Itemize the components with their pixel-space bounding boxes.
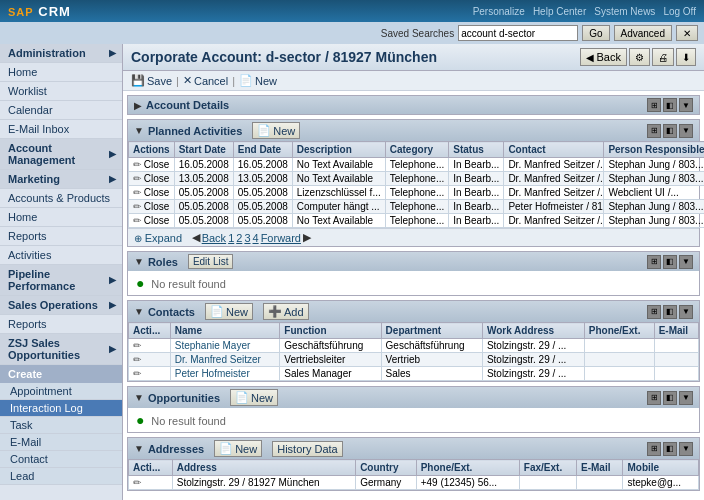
action-cell[interactable]: ✏ Close (129, 158, 175, 172)
back-page-link[interactable]: Back (202, 232, 226, 244)
arrow-icon: ▶ (109, 174, 116, 184)
green-dot-icon: ● (136, 275, 144, 291)
section-icon-12[interactable]: ▼ (679, 305, 693, 319)
sidebar-item-administration[interactable]: Administration ▶ (0, 44, 122, 63)
create-interaction-log[interactable]: Interaction Log (0, 400, 122, 417)
sidebar-item-worklist[interactable]: Worklist (0, 82, 122, 101)
planned-activities-new-btn[interactable]: 📄 New (252, 122, 300, 139)
sidebar-item-activities[interactable]: Activities (0, 246, 122, 265)
sidebar-item-home2[interactable]: Home (0, 208, 122, 227)
section-icon-5[interactable]: ◧ (663, 124, 677, 138)
start-date-cell: 05.05.2008 (174, 186, 233, 200)
saved-searches-input[interactable] (458, 25, 578, 41)
personalize-link[interactable]: Personalize (473, 6, 525, 17)
addresses-new-btn[interactable]: 📄 New (214, 440, 262, 457)
sidebar-item-sales-ops[interactable]: Sales Operations ▶ (0, 296, 122, 315)
create-email[interactable]: E-Mail (0, 434, 122, 451)
new-button[interactable]: 📄 New (239, 74, 277, 87)
section-icon-1[interactable]: ⊞ (647, 98, 661, 112)
section-icon-16[interactable]: ⊞ (647, 442, 661, 456)
create-header: Create (0, 365, 122, 383)
sidebar-item-accounts-products[interactable]: Accounts & Products (0, 189, 122, 208)
addr-acti-cell[interactable]: ✏ (129, 476, 173, 490)
sidebar-item-account-management[interactable]: Account Management ▶ (0, 139, 122, 170)
history-data-btn[interactable]: History Data (272, 441, 343, 457)
edit-list-btn[interactable]: Edit List (188, 254, 234, 269)
col-person: Person Responsible (604, 142, 704, 158)
section-icon-10[interactable]: ⊞ (647, 305, 661, 319)
section-icon-14[interactable]: ◧ (663, 391, 677, 405)
sidebar-item-calendar[interactable]: Calendar (0, 101, 122, 120)
sidebar-item-pipeline[interactable]: Pipeline Performance ▶ (0, 265, 122, 296)
phone-cell (584, 339, 654, 353)
section-icon-9[interactable]: ▼ (679, 255, 693, 269)
sidebar-item-marketing[interactable]: Marketing ▶ (0, 170, 122, 189)
addresses-header[interactable]: ▼ Addresses 📄 New History Data ⊞ ◧ ▼ (128, 438, 699, 459)
page-1[interactable]: 1 (228, 232, 234, 244)
section-icon-17[interactable]: ◧ (663, 442, 677, 456)
sidebar-item-reports[interactable]: Reports (0, 227, 122, 246)
addr-col-fax: Fax/Ext. (519, 460, 576, 476)
contacts-add-btn[interactable]: ➕ Add (263, 303, 309, 320)
create-contact[interactable]: Contact (0, 451, 122, 468)
acti-cell[interactable]: ✏ (129, 339, 171, 353)
help-center-link[interactable]: Help Center (533, 6, 586, 17)
col-name: Name (170, 323, 280, 339)
advanced-button[interactable]: Advanced (614, 25, 672, 41)
sidebar-item-reports2[interactable]: Reports (0, 315, 122, 334)
green-dot-icon2: ● (136, 412, 144, 428)
section-icon-2[interactable]: ◧ (663, 98, 677, 112)
opportunities-new-btn[interactable]: 📄 New (230, 389, 278, 406)
sidebar-item-email-inbox[interactable]: E-Mail Inbox (0, 120, 122, 139)
section-icon-8[interactable]: ◧ (663, 255, 677, 269)
action-cell[interactable]: ✏ Close (129, 200, 175, 214)
sidebar-item-home[interactable]: Home (0, 63, 122, 82)
acti-cell[interactable]: ✏ (129, 353, 171, 367)
section-icon-7[interactable]: ⊞ (647, 255, 661, 269)
section-icon-13[interactable]: ⊞ (647, 391, 661, 405)
log-off-link[interactable]: Log Off (663, 6, 696, 17)
settings-button[interactable]: ⚙ (629, 48, 650, 66)
create-appointment[interactable]: Appointment (0, 383, 122, 400)
contacts-new-btn[interactable]: 📄 New (205, 303, 253, 320)
status-cell: In Bearb... (449, 158, 504, 172)
section-icon-3[interactable]: ▼ (679, 98, 693, 112)
expand-button[interactable]: ⊕ Expand (134, 232, 182, 244)
section-icon-4[interactable]: ⊞ (647, 124, 661, 138)
section-icon-18[interactable]: ▼ (679, 442, 693, 456)
action-cell[interactable]: ✏ Close (129, 186, 175, 200)
name-cell[interactable]: Stephanie Mayer (170, 339, 280, 353)
planned-activities-header[interactable]: ▼ Planned Activities 📄 New ⊞ ◧ ▼ (128, 120, 699, 141)
system-news-link[interactable]: System News (594, 6, 655, 17)
page-3[interactable]: 3 (244, 232, 250, 244)
sidebar: Administration ▶ Home Worklist Calendar … (0, 44, 123, 500)
section-icon-6[interactable]: ▼ (679, 124, 693, 138)
create-lead[interactable]: Lead (0, 468, 122, 485)
add-icon: ➕ (268, 305, 282, 318)
section-tools: ⊞ ◧ ▼ (647, 124, 693, 138)
account-details-header[interactable]: ▶ Account Details ⊞ ◧ ▼ (128, 96, 699, 114)
sidebar-item-zsj[interactable]: ZSJ Sales Opportunities ▶ (0, 334, 122, 365)
section-icon-11[interactable]: ◧ (663, 305, 677, 319)
save-button[interactable]: 💾 Save (131, 74, 172, 87)
action-cell[interactable]: ✏ Close (129, 172, 175, 186)
contacts-header[interactable]: ▼ Contacts 📄 New ➕ Add ⊞ ◧ ▼ (128, 301, 699, 322)
section-icon-15[interactable]: ▼ (679, 391, 693, 405)
page-4[interactable]: 4 (253, 232, 259, 244)
table-row: ✏ Peter Hofmeister Sales Manager Sales S… (129, 367, 699, 381)
create-task[interactable]: Task (0, 417, 122, 434)
go-button[interactable]: Go (582, 25, 609, 41)
export-button[interactable]: ⬇ (676, 48, 696, 66)
cancel-button[interactable]: ✕ Cancel (183, 74, 228, 87)
back-button[interactable]: ◀ Back (580, 48, 627, 66)
name-cell[interactable]: Dr. Manfred Seitzer (170, 353, 280, 367)
delete-search-button[interactable]: ✕ (676, 25, 698, 41)
opportunities-header[interactable]: ▼ Opportunities 📄 New ⊞ ◧ ▼ (128, 387, 699, 408)
action-cell[interactable]: ✏ Close (129, 214, 175, 228)
page-2[interactable]: 2 (236, 232, 242, 244)
roles-header[interactable]: ▼ Roles Edit List ⊞ ◧ ▼ (128, 252, 699, 271)
print-button[interactable]: 🖨 (652, 48, 674, 66)
name-cell[interactable]: Peter Hofmeister (170, 367, 280, 381)
acti-cell[interactable]: ✏ (129, 367, 171, 381)
forward-page-link[interactable]: Forward (261, 232, 301, 244)
